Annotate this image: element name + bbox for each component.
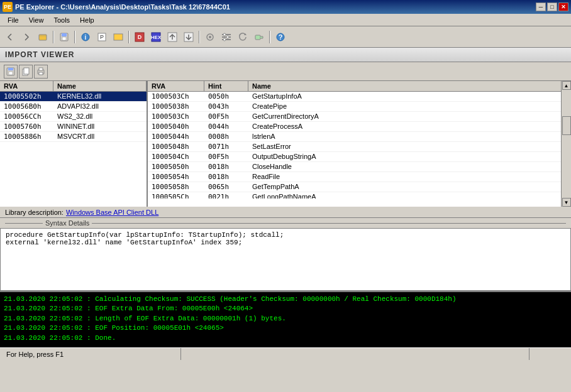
table-area: RVA Name 10005502h KERNEL32.dll 100056B0… (0, 81, 571, 207)
table-row[interactable]: 10005050h 0018h CloseHandle (148, 162, 571, 172)
table-row[interactable]: 10005058h 0065h GetTempPathA (148, 182, 571, 192)
table-row[interactable]: 100056CCh WS2_32.dll (0, 112, 147, 122)
table-row[interactable]: 100056B0h ADVAPI32.dll (0, 102, 147, 112)
table-row[interactable]: 10005054h 0018h ReadFile (148, 172, 571, 182)
menu-help[interactable]: Help (75, 15, 99, 25)
table-row[interactable]: 1000503Ch 0050h GetStartupInfoA (148, 92, 571, 102)
left-list[interactable]: 10005502h KERNEL32.dll 100056B0h ADVAPI3… (0, 92, 147, 199)
left-cell-name: WININET.dll (53, 122, 147, 131)
toolbar-sep-5 (269, 31, 270, 43)
close-button[interactable]: ✕ (558, 3, 568, 11)
import-viewer-title: IMPORT VIEWER (5, 50, 74, 59)
toolbar-hex[interactable]: HEX (148, 30, 164, 45)
status-help: For Help, press F1 (4, 348, 181, 360)
toolbar-export[interactable] (165, 30, 180, 45)
syntax-header: Syntax Details (0, 218, 571, 228)
svg-rect-3 (62, 37, 66, 40)
menu-bar: File View Tools Help (0, 14, 571, 26)
left-cell-name: ADVAPI32.dll (53, 102, 147, 111)
console-line: 21.03.2020 22:05:02 : EOF Position: 0000… (4, 324, 567, 333)
menu-tools[interactable]: Tools (48, 15, 75, 25)
console-line: 21.03.2020 22:05:02 : EOF Extra Data Fro… (4, 304, 567, 313)
sub-btn-copy[interactable] (19, 65, 33, 79)
svg-point-20 (223, 33, 226, 36)
left-cell-rva: 10005502h (0, 92, 53, 101)
toolbar-help[interactable]: ? (273, 30, 288, 45)
svg-text:D: D (138, 34, 142, 40)
toolbar-sep-3 (128, 31, 130, 43)
svg-point-22 (223, 38, 226, 41)
toolbar-import[interactable] (181, 30, 196, 45)
app-icon: PE (3, 2, 13, 12)
lib-desc-value[interactable]: Windows Base API Client DLL (66, 209, 158, 216)
sub-btn-print[interactable] (34, 65, 48, 79)
right-scrollbar[interactable]: ▲ ▼ (561, 81, 571, 207)
toolbar-options[interactable] (202, 30, 218, 45)
sub-toolbar (0, 62, 571, 81)
syntax-line-left (5, 223, 43, 224)
table-row[interactable]: 1000505Ch 0021h GetLongPathNameA (148, 192, 571, 199)
status-middle (181, 348, 529, 360)
table-row[interactable]: 1000504Ch 00F5h OutputDebugStringA (148, 152, 571, 162)
table-row[interactable]: 10005760h WININET.dll (0, 122, 147, 132)
syntax-title: Syntax Details (45, 219, 89, 227)
svg-text:P: P (100, 34, 104, 40)
window-title: PE Explorer - C:\Users\Analysis\Desktop\… (15, 3, 230, 11)
left-cell-name: MSVCRT.dll (53, 132, 147, 141)
right-col-hint: Hint (204, 81, 248, 91)
svg-rect-0 (39, 35, 47, 40)
syntax-section: Syntax Details procedure GetStartupInfo(… (0, 218, 571, 291)
toolbar-save[interactable] (57, 30, 72, 45)
svg-point-21 (226, 36, 229, 38)
toolbar-resource[interactable] (111, 30, 126, 45)
left-cell-name: KERNEL32.dll (53, 92, 147, 101)
left-panel-header: RVA Name (0, 81, 147, 92)
syntax-content: procedure GetStartupInfo(var lpStartupIn… (0, 228, 571, 291)
main-toolbar: i P D HEX ? (0, 26, 571, 48)
left-cell-rva: 100056B0h (0, 102, 53, 111)
left-col-rva: RVA (0, 81, 53, 91)
status-bar: For Help, press F1 (0, 347, 571, 360)
svg-rect-31 (24, 68, 29, 74)
toolbar-sep-4 (199, 31, 200, 43)
toolbar-plugins[interactable] (252, 30, 267, 45)
toolbar-forward[interactable] (19, 30, 34, 45)
title-bar: PE PE Explorer - C:\Users\Analysis\Deskt… (0, 0, 571, 14)
toolbar-sep-2 (74, 31, 75, 43)
table-row[interactable]: 10005040h 0044h CreateProcessA (148, 122, 571, 132)
console-line: 21.03.2020 22:05:02 : Calculating Checks… (4, 295, 567, 304)
toolbar-info[interactable]: i (78, 30, 93, 45)
toolbar-open[interactable] (35, 30, 50, 45)
svg-rect-33 (39, 68, 43, 70)
right-panel-header: RVA Hint Name (148, 81, 571, 92)
console-area: 21.03.2020 22:05:02 : Calculating Checks… (0, 291, 571, 347)
scroll-down-arrow[interactable]: ▼ (562, 198, 571, 207)
table-row[interactable]: 10005886h MSVCRT.dll (0, 132, 147, 142)
maximize-button[interactable]: □ (547, 3, 557, 11)
toolbar-disasm[interactable]: D (132, 30, 147, 45)
left-cell-rva: 100056CCh (0, 112, 53, 121)
table-row[interactable]: 10005502h KERNEL32.dll (0, 92, 147, 102)
minimize-button[interactable]: ─ (536, 3, 546, 11)
table-row[interactable]: 10005048h 0071h SetLastError (148, 142, 571, 152)
scroll-up-arrow[interactable]: ▲ (562, 81, 571, 90)
svg-rect-2 (62, 33, 67, 36)
status-help-text: For Help, press F1 (6, 351, 64, 358)
menu-file[interactable]: File (3, 15, 24, 25)
table-row[interactable]: 10005038h 0043h CreatePipe (148, 102, 571, 112)
right-panel: RVA Hint Name 1000503Ch 0050h GetStartup… (148, 81, 571, 207)
toolbar-settings2[interactable] (219, 30, 234, 45)
menu-view[interactable]: View (24, 15, 49, 25)
toolbar-props[interactable]: P (94, 30, 109, 45)
svg-point-16 (209, 36, 211, 38)
console-line: 21.03.2020 22:05:02 : Length of EOF Extr… (4, 314, 567, 324)
toolbar-refresh[interactable] (235, 30, 250, 45)
table-row[interactable]: 1000503Ch 00F5h GetCurrentDirectoryA (148, 112, 571, 122)
toolbar-back[interactable] (3, 30, 18, 45)
scroll-thumb[interactable] (562, 116, 571, 135)
left-cell-rva: 10005886h (0, 132, 53, 141)
sub-btn-save[interactable] (4, 65, 18, 79)
svg-text:i: i (85, 34, 87, 41)
right-list[interactable]: 1000503Ch 0050h GetStartupInfoA 10005038… (148, 92, 571, 199)
table-row[interactable]: 10005044h 0008h lstrlenA (148, 132, 571, 142)
